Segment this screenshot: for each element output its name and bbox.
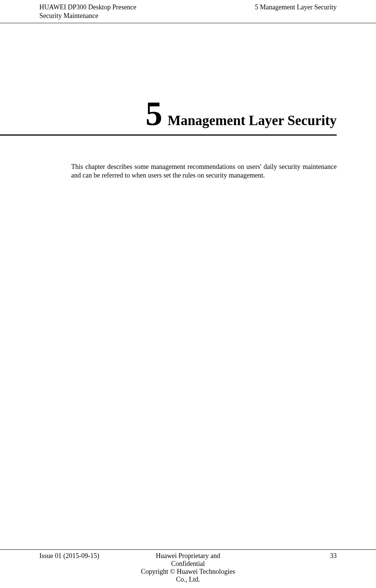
footer-issue: Issue 01 (2015-09-15) [39, 552, 139, 560]
header-right: 5 Management Layer Security [255, 3, 337, 12]
header-section-title: 5 Management Layer Security [255, 3, 337, 12]
header-doc-subtitle: Security Maintenance [39, 12, 136, 20]
page-footer: Issue 01 (2015-09-15) Huawei Proprietary… [0, 549, 376, 584]
footer-center: Huawei Proprietary and Confidential Copy… [139, 552, 238, 584]
chapter-intro-paragraph: This chapter describes some management r… [71, 163, 337, 180]
chapter-heading: 5 Management Layer Security [0, 94, 337, 136]
footer-page-number: 33 [237, 552, 337, 560]
footer-copyright: Copyright © Huawei Technologies Co., Ltd… [139, 568, 238, 584]
footer-proprietary: Huawei Proprietary and Confidential [139, 552, 238, 568]
chapter-title: Management Layer Security [168, 113, 337, 128]
chapter-number: 5 [146, 95, 163, 132]
header-left: HUAWEI DP300 Desktop Presence Security M… [39, 3, 136, 21]
header-doc-title: HUAWEI DP300 Desktop Presence [39, 3, 136, 12]
footer-row: Issue 01 (2015-09-15) Huawei Proprietary… [39, 550, 337, 584]
page-header: HUAWEI DP300 Desktop Presence Security M… [0, 0, 376, 23]
